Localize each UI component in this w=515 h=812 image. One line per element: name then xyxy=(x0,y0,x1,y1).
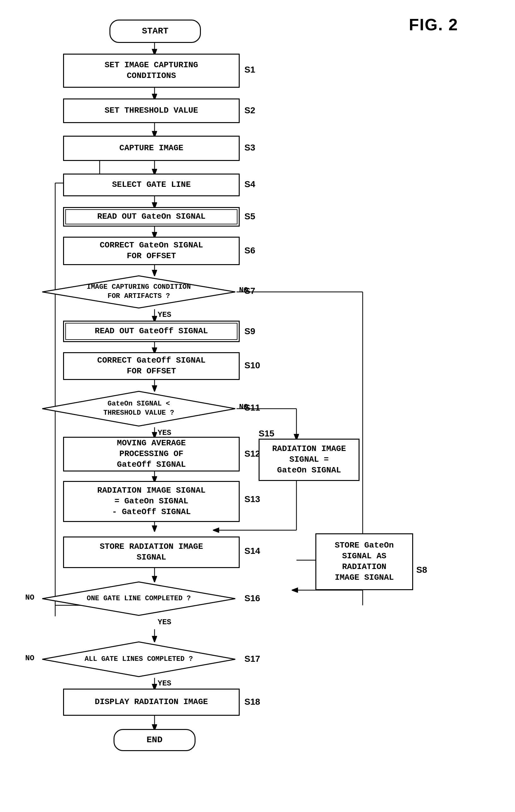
s5-label: READ OUT GateOn SIGNAL xyxy=(97,211,205,222)
s6-process: CORRECT GateOn SIGNAL FOR OFFSET xyxy=(63,237,240,265)
s8-process: STORE GateOn SIGNAL AS RADIATION IMAGE S… xyxy=(315,533,413,590)
s14-label: STORE RADIATION IMAGE SIGNAL xyxy=(100,542,203,563)
s12-label: MOVING AVERAGE PROCESSING OF GateOff SIG… xyxy=(117,438,186,470)
s13-process: RADIATION IMAGE SIGNAL = GateOn SIGNAL -… xyxy=(63,481,240,522)
s9-step: S9 xyxy=(244,326,255,337)
s6-label: CORRECT GateOn SIGNAL FOR OFFSET xyxy=(100,240,203,262)
s17-yes-label: YES xyxy=(158,679,171,688)
s13-step: S13 xyxy=(244,494,260,504)
figure-label: FIG. 2 xyxy=(409,15,458,34)
start-terminal: START xyxy=(110,20,201,43)
s4-process: SELECT GATE LINE xyxy=(63,174,240,196)
s17-no-label: NO xyxy=(25,654,34,662)
end-label: END xyxy=(147,735,162,746)
s11-decision: GateOn SIGNAL < THRESHOLD VALUE ? xyxy=(41,390,237,427)
s1-step: S1 xyxy=(244,65,255,75)
s16-yes-label: YES xyxy=(158,618,171,627)
s15-label: RADIATION IMAGE SIGNAL = GateOn SIGNAL xyxy=(272,444,346,475)
s11-yes-label: YES xyxy=(158,429,171,437)
s13-label: RADIATION IMAGE SIGNAL = GateOn SIGNAL -… xyxy=(97,485,205,517)
s7-label: IMAGE CAPTURING CONDITION FOR ARTIFACTS … xyxy=(81,283,197,301)
s7-yes-label: YES xyxy=(158,311,171,319)
s8-label: STORE GateOn SIGNAL AS RADIATION IMAGE S… xyxy=(335,540,394,583)
s11-no-label: NO xyxy=(239,403,248,411)
s7-no-label: NO xyxy=(239,286,248,294)
s16-label: ONE GATE LINE COMPLETED ? xyxy=(81,594,197,603)
s1-label: SET IMAGE CAPTURING CONDITIONS xyxy=(105,60,198,81)
s8-step: S8 xyxy=(416,565,427,575)
s10-process: CORRECT GateOff SIGNAL FOR OFFSET xyxy=(63,352,240,380)
s18-process: DISPLAY RADIATION IMAGE xyxy=(63,689,240,716)
s1-process: SET IMAGE CAPTURING CONDITIONS xyxy=(63,54,240,88)
s4-label: SELECT GATE LINE xyxy=(112,180,191,190)
start-label: START xyxy=(142,26,169,37)
s2-label: SET THRESHOLD VALUE xyxy=(105,106,198,116)
s12-process: MOVING AVERAGE PROCESSING OF GateOff SIG… xyxy=(63,437,240,471)
s16-step: S16 xyxy=(244,593,260,603)
s3-step: S3 xyxy=(244,143,255,153)
s16-no-label: NO xyxy=(25,593,34,602)
s15-step: S15 xyxy=(259,429,274,439)
s18-step: S18 xyxy=(244,697,260,707)
s11-label: GateOn SIGNAL < THRESHOLD VALUE ? xyxy=(97,400,180,417)
s17-step: S17 xyxy=(244,654,260,664)
s10-step: S10 xyxy=(244,360,260,371)
s14-process: STORE RADIATION IMAGE SIGNAL xyxy=(63,536,240,568)
s5-step: S5 xyxy=(244,211,255,222)
s15-process: RADIATION IMAGE SIGNAL = GateOn SIGNAL xyxy=(259,439,360,481)
s3-label: CAPTURE IMAGE xyxy=(120,143,184,154)
s6-step: S6 xyxy=(244,245,255,256)
s18-label: DISPLAY RADIATION IMAGE xyxy=(95,697,208,707)
s16-decision: ONE GATE LINE COMPLETED ? xyxy=(41,581,237,617)
s3-process: CAPTURE IMAGE xyxy=(63,136,240,161)
page: FIG. 2 xyxy=(0,0,515,812)
s2-process: SET THRESHOLD VALUE xyxy=(63,98,240,123)
s4-step: S4 xyxy=(244,179,255,190)
s9-label: READ OUT GateOff SIGNAL xyxy=(95,326,208,337)
s7-decision: IMAGE CAPTURING CONDITION FOR ARTIFACTS … xyxy=(41,274,237,309)
s17-label: ALL GATE LINES COMPLETED ? xyxy=(78,655,199,664)
s2-step: S2 xyxy=(244,106,255,116)
s9-process: READ OUT GateOff SIGNAL xyxy=(63,321,240,342)
s5-process: READ OUT GateOn SIGNAL xyxy=(63,207,240,227)
s14-step: S14 xyxy=(244,546,260,556)
s10-label: CORRECT GateOff SIGNAL FOR OFFSET xyxy=(97,355,205,377)
end-terminal: END xyxy=(114,729,195,751)
s12-step: S12 xyxy=(244,449,260,459)
s17-decision: ALL GATE LINES COMPLETED ? xyxy=(41,641,237,678)
